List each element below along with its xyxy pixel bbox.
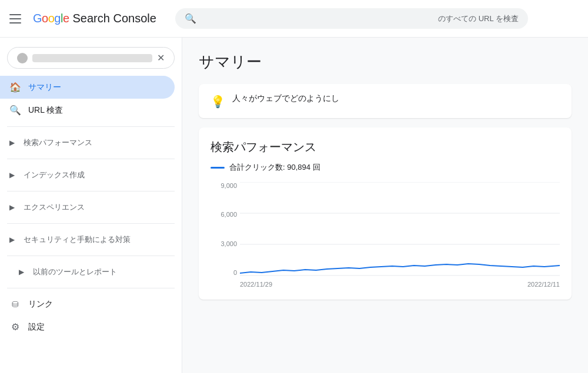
divider-3 xyxy=(7,191,175,191)
performance-card: 検索パフォーマンス 合計クリック数: 90,894 回 9,000 6,000 … xyxy=(199,127,572,300)
search-icon: 🔍 xyxy=(185,13,196,24)
line-chart xyxy=(240,182,560,276)
main-layout: ✕ 1 🏠 サマリー 2 🔍 URL 検査 3 ▶ 検索パフォーマンス 4 ▶ … xyxy=(0,38,588,373)
y-axis-labels: 9,000 6,000 3,000 0 xyxy=(211,182,237,276)
sidebar-label-settings: 設定 xyxy=(28,322,45,332)
tip-text: 人々がウェブでどのようにし xyxy=(232,93,339,104)
sidebar-item-url-inspection[interactable]: 2 🔍 URL 検査 xyxy=(0,99,175,122)
divider-2 xyxy=(7,159,175,159)
search-icon: 🔍 xyxy=(9,105,21,116)
y-label-9000: 9,000 xyxy=(211,182,237,189)
logo: Google Search Console xyxy=(33,12,156,25)
chart-area: 9,000 6,000 3,000 0 xyxy=(211,182,560,288)
sidebar-label-search-performance: 検索パフォーマンス xyxy=(24,137,92,148)
divider-1 xyxy=(7,126,175,127)
chevron-icon: ▶ xyxy=(9,171,19,179)
chevron-icon: ▶ xyxy=(9,203,19,211)
property-close-icon[interactable]: ✕ xyxy=(157,52,165,63)
x-label-start: 2022/11/29 xyxy=(240,281,272,288)
perf-legend: 合計クリック数: 90,894 回 xyxy=(211,162,560,173)
sidebar-label-links: リンク xyxy=(28,299,53,310)
sidebar-item-security[interactable]: 6 ▶ セキュリティと手動による対策 xyxy=(0,228,182,251)
page-title: サマリー xyxy=(199,52,572,72)
divider-4 xyxy=(7,223,175,224)
x-axis-labels: 2022/11/29 2022/12/11 xyxy=(240,281,560,288)
y-label-6000: 6,000 xyxy=(211,211,237,218)
sidebar-item-experience[interactable]: 5 ▶ エクスペリエンス xyxy=(0,196,182,219)
chevron-icon: ▶ xyxy=(9,139,19,147)
sidebar: ✕ 1 🏠 サマリー 2 🔍 URL 検査 3 ▶ 検索パフォーマンス 4 ▶ … xyxy=(0,38,182,373)
settings-icon: ⚙ xyxy=(9,321,21,332)
sidebar-item-summary[interactable]: 1 🏠 サマリー xyxy=(0,76,175,99)
sidebar-item-legacy-tools[interactable]: ▶ 以前のツールとレポート xyxy=(0,261,182,283)
menu-button[interactable] xyxy=(9,12,24,26)
y-label-3000: 3,000 xyxy=(211,240,237,247)
tip-card: 💡 人々がウェブでどのようにし xyxy=(199,84,572,118)
divider-5 xyxy=(7,256,175,256)
x-label-end: 2022/12/11 xyxy=(527,281,560,288)
links-icon: ⛁ xyxy=(9,300,21,309)
y-label-0: 0 xyxy=(211,269,237,276)
divider-6 xyxy=(7,288,175,288)
sidebar-label-experience: エクスペリエンス xyxy=(24,202,85,213)
legend-label: 合計クリック数: 90,894 回 xyxy=(229,162,320,173)
logo-sc: Search Console xyxy=(73,12,156,25)
search-bar[interactable]: 🔍 のすべての URL を検査 xyxy=(175,8,528,29)
property-selector[interactable]: ✕ xyxy=(7,47,175,69)
sidebar-item-search-performance[interactable]: 3 ▶ 検索パフォーマンス xyxy=(0,132,182,154)
sidebar-label-index-creation: インデックス作成 xyxy=(24,170,85,180)
logo-text: Google xyxy=(33,12,69,25)
perf-title: 検索パフォーマンス xyxy=(211,139,560,155)
sidebar-label-summary: サマリー xyxy=(28,82,61,93)
chart-svg xyxy=(240,182,560,276)
sidebar-label-legacy-tools: 以前のツールとレポート xyxy=(33,267,117,277)
search-suffix: のすべての URL を検査 xyxy=(438,14,519,24)
chevron-icon: ▶ xyxy=(9,236,19,244)
sidebar-item-settings[interactable]: ⚙ 設定 xyxy=(0,315,175,338)
bulb-icon: 💡 xyxy=(211,95,225,109)
header: Google Search Console 🔍 のすべての URL を検査 xyxy=(0,0,588,38)
search-input[interactable] xyxy=(202,14,432,23)
home-icon: 🏠 xyxy=(9,82,21,93)
property-name xyxy=(32,54,152,62)
main-content: サマリー 💡 人々がウェブでどのようにし 検索パフォーマンス 合計クリック数: … xyxy=(182,38,588,373)
sidebar-label-url-inspection: URL 検査 xyxy=(28,105,63,116)
sidebar-item-index-creation[interactable]: 4 ▶ インデックス作成 xyxy=(0,164,182,186)
legend-line xyxy=(211,167,225,169)
property-icon xyxy=(17,53,28,63)
sidebar-item-links[interactable]: 7 ⛁ リンク xyxy=(0,293,175,315)
chevron-icon: ▶ xyxy=(19,268,28,276)
sidebar-label-security: セキュリティと手動による対策 xyxy=(24,234,131,245)
